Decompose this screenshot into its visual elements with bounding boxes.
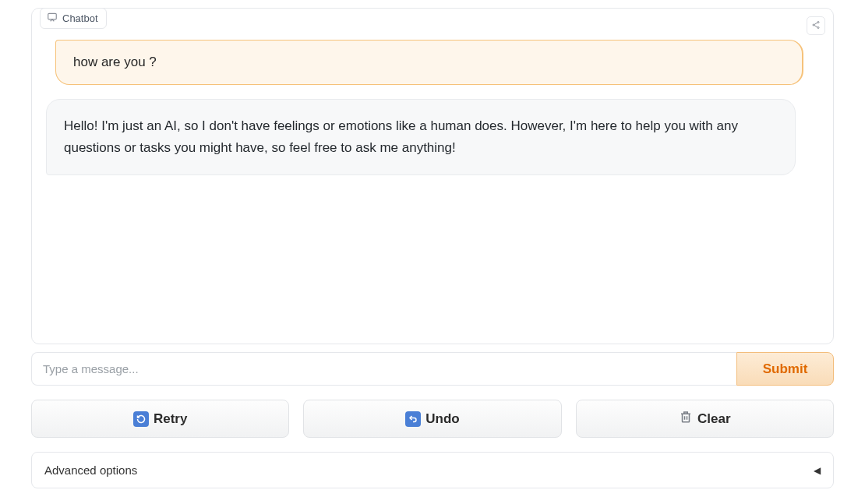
svg-point-3 <box>817 27 819 29</box>
action-row: Retry Undo Clear <box>31 400 834 438</box>
retry-button[interactable]: Retry <box>31 400 289 438</box>
undo-icon <box>405 411 421 427</box>
share-icon <box>811 19 821 33</box>
chatbot-title-tab: Chatbot <box>40 8 107 29</box>
user-message: how are you ? <box>55 40 803 85</box>
clear-button[interactable]: Clear <box>576 400 834 438</box>
svg-point-1 <box>817 22 819 23</box>
retry-label: Retry <box>154 411 187 427</box>
chatbot-panel: Chatbot how are you ? Hello! I'm just an… <box>31 8 834 344</box>
trash-icon <box>679 410 693 428</box>
chat-area: how are you ? Hello! I'm just an AI, so … <box>32 9 833 344</box>
svg-point-2 <box>813 24 814 26</box>
advanced-options-toggle[interactable]: Advanced options ◀ <box>31 452 834 488</box>
clear-label: Clear <box>697 411 731 427</box>
undo-button[interactable]: Undo <box>303 400 561 438</box>
input-row: Submit <box>31 352 834 386</box>
advanced-options-label: Advanced options <box>44 463 137 477</box>
share-button[interactable] <box>807 16 825 35</box>
chatbot-title: Chatbot <box>62 12 98 24</box>
bot-message: Hello! I'm just an AI, so I don't have f… <box>46 99 796 175</box>
message-input[interactable] <box>31 352 736 386</box>
retry-icon <box>133 411 149 427</box>
chat-icon <box>47 12 58 25</box>
undo-label: Undo <box>425 411 459 427</box>
submit-button[interactable]: Submit <box>736 352 834 386</box>
user-message-text: how are you ? <box>73 55 157 69</box>
collapse-icon: ◀ <box>814 465 821 476</box>
svg-rect-0 <box>48 13 57 19</box>
bot-message-text: Hello! I'm just an AI, so I don't have f… <box>64 118 738 155</box>
